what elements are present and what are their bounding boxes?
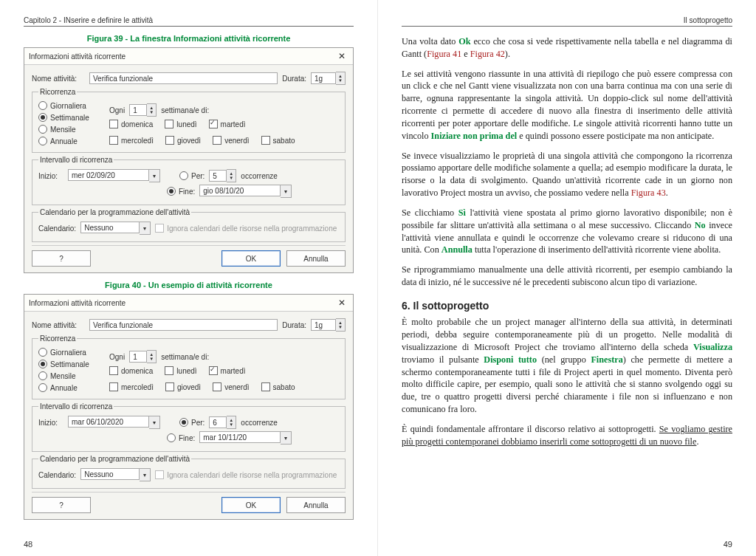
- range-fieldset: Intervallo di ricorrenza Inizio: mer 02/…: [32, 156, 346, 205]
- duration-input[interactable]: 1g: [311, 319, 336, 331]
- calendar-select[interactable]: Nessuno: [80, 222, 140, 233]
- dialog-title: Informazioni attività ricorrente: [29, 299, 126, 307]
- recurring-task-dialog: Informazioni attività ricorrente ✕ Nome …: [24, 47, 354, 273]
- chk-domenica[interactable]: domenica: [109, 366, 153, 375]
- chevron-down-icon[interactable]: ▾: [281, 185, 292, 198]
- recurrence-legend: Ricorrenza: [38, 334, 77, 343]
- range-legend: Intervallo di ricorrenza: [38, 156, 114, 164]
- radio-monthly[interactable]: Mensile: [38, 125, 105, 134]
- end-date-input[interactable]: gio 08/10/20: [199, 185, 281, 196]
- chevron-down-icon[interactable]: ▾: [149, 169, 160, 182]
- radio-yearly[interactable]: Annuale: [38, 137, 105, 145]
- duration-stepper[interactable]: ▲▼: [336, 72, 346, 85]
- radio-per[interactable]: Per:: [179, 171, 205, 180]
- body-paragraph: È quindi fondamentale affrontare il disc…: [402, 423, 732, 448]
- radio-fine[interactable]: Fine:: [167, 433, 195, 442]
- chk-mercoledi[interactable]: mercoledì: [109, 136, 154, 145]
- every-input[interactable]: 1: [129, 104, 147, 116]
- occurrences-input[interactable]: 6: [209, 416, 227, 428]
- every-input[interactable]: 1: [129, 351, 147, 363]
- range-fieldset: Intervallo di ricorrenza Inizio: mar 06/…: [32, 402, 346, 452]
- radio-weekly[interactable]: Settimanale: [38, 113, 105, 122]
- chk-giovedi[interactable]: giovedì: [165, 136, 201, 145]
- running-head-left: Capitolo 2 - INserire e definire le atti…: [24, 16, 354, 27]
- ok-button[interactable]: OK: [221, 250, 281, 267]
- duration-input[interactable]: 1g: [311, 72, 336, 84]
- page-number-right: 49: [724, 540, 732, 549]
- radio-daily[interactable]: Giornaliera: [38, 101, 105, 110]
- every-unit: settimana/e di:: [161, 106, 209, 114]
- help-button[interactable]: ?: [32, 250, 91, 267]
- chk-domenica[interactable]: domenica: [109, 120, 153, 128]
- chevron-down-icon[interactable]: ▾: [281, 431, 292, 445]
- section-heading: 6. Il sottoprogetto: [402, 299, 732, 313]
- start-date-input[interactable]: mar 06/10/2020: [68, 416, 149, 428]
- duration-label: Durata:: [282, 321, 306, 329]
- every-unit: settimana/e di:: [161, 353, 209, 361]
- recurrence-fieldset: Ricorrenza Giornaliera Settimanale Mensi…: [32, 334, 346, 399]
- radio-monthly[interactable]: Mensile: [38, 371, 105, 380]
- chevron-down-icon[interactable]: ▾: [149, 416, 160, 429]
- task-name-input[interactable]: Verifica funzionale: [89, 72, 278, 84]
- end-date-input[interactable]: mar 10/11/20: [199, 431, 281, 443]
- chk-martedi[interactable]: martedì: [209, 120, 246, 128]
- every-stepper[interactable]: ▲▼: [147, 103, 157, 117]
- chk-mercoledi[interactable]: mercoledì: [109, 382, 154, 391]
- every-stepper[interactable]: ▲▼: [147, 350, 157, 363]
- start-label: Inizio:: [38, 172, 63, 180]
- chk-venerdi[interactable]: venerdì: [213, 382, 249, 391]
- page-right: Il sottoprogetto Una volta dato Ok ecco …: [378, 0, 756, 556]
- body-paragraph: È molto probabile che un project manager…: [402, 316, 732, 416]
- duration-label: Durata:: [282, 75, 306, 83]
- occurrences-stepper[interactable]: ▲▼: [227, 416, 236, 429]
- radio-weekly[interactable]: Settimanale: [38, 360, 105, 368]
- name-label: Nome attività:: [32, 321, 85, 329]
- recurring-task-dialog: Informazioni attività ricorrente ✕ Nome …: [24, 294, 354, 520]
- body-paragraph: Le sei attività vengono riassunte in una…: [402, 68, 732, 143]
- every-label: Ogni: [109, 106, 125, 114]
- page-left: Capitolo 2 - INserire e definire le atti…: [0, 0, 378, 556]
- chk-sabato[interactable]: sabato: [261, 136, 295, 145]
- calendar-select[interactable]: Nessuno: [80, 468, 140, 480]
- running-head-text: Capitolo 2 - INserire e definire le atti…: [24, 16, 153, 24]
- start-date-input[interactable]: mer 02/09/20: [68, 169, 149, 181]
- body-paragraph: Una volta dato Ok ecco che cosa si vede …: [402, 35, 732, 61]
- chk-martedi[interactable]: martedì: [209, 366, 246, 375]
- figure-40-caption: Figura 40 - Un esempio di attività ricor…: [24, 281, 354, 289]
- chk-ignore-calendars[interactable]: Ignora calendari delle risorse nella pro…: [155, 470, 337, 479]
- chk-ignore-calendars[interactable]: Ignora calendari delle risorse nella pro…: [155, 224, 337, 233]
- recurrence-legend: Ricorrenza: [38, 88, 77, 96]
- calendar-legend: Calendario per la programmazione dell'at…: [38, 455, 191, 463]
- cancel-button[interactable]: Annulla: [286, 250, 346, 267]
- running-head-text: Il sottoprogetto: [684, 16, 732, 24]
- duration-stepper[interactable]: ▲▼: [336, 318, 346, 332]
- close-icon[interactable]: ✕: [335, 51, 348, 61]
- running-head-right: Il sottoprogetto: [402, 16, 732, 27]
- page-number-left: 48: [24, 540, 32, 549]
- ok-button[interactable]: OK: [221, 497, 281, 513]
- occurrences-stepper[interactable]: ▲▼: [227, 169, 236, 182]
- calendar-label: Calendario:: [38, 471, 76, 479]
- chevron-down-icon[interactable]: ▾: [140, 222, 151, 235]
- figure-39-caption: Figura 39 - La finestra Informazioni att…: [24, 34, 354, 43]
- radio-yearly[interactable]: Annuale: [38, 383, 105, 392]
- help-button[interactable]: ?: [32, 497, 91, 513]
- task-name-input[interactable]: Verifica funzionale: [89, 319, 278, 331]
- chevron-down-icon[interactable]: ▾: [140, 468, 151, 481]
- cancel-button[interactable]: Annulla: [286, 497, 346, 513]
- chk-sabato[interactable]: sabato: [261, 382, 295, 391]
- close-icon[interactable]: ✕: [335, 298, 348, 308]
- occurrences-input[interactable]: 5: [209, 170, 227, 182]
- calendar-label: Calendario:: [38, 224, 76, 233]
- name-label: Nome attività:: [32, 75, 85, 83]
- every-label: Ogni: [109, 353, 125, 361]
- calendar-legend: Calendario per la programmazione dell'at…: [38, 208, 191, 216]
- occurrences-unit: occorrenze: [241, 172, 277, 180]
- radio-daily[interactable]: Giornaliera: [38, 348, 105, 357]
- radio-per[interactable]: Per:: [179, 418, 205, 427]
- chk-venerdi[interactable]: venerdì: [213, 136, 249, 145]
- chk-lunedi[interactable]: lunedì: [165, 366, 196, 375]
- radio-fine[interactable]: Fine:: [167, 187, 195, 196]
- chk-lunedi[interactable]: lunedì: [165, 120, 196, 128]
- chk-giovedi[interactable]: giovedì: [165, 382, 201, 391]
